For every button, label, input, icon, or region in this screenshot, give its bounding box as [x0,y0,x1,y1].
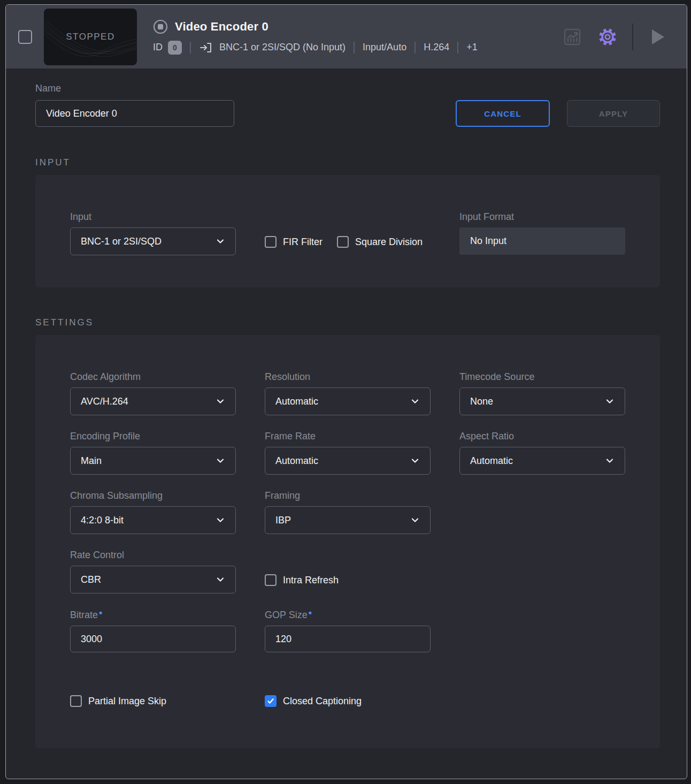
codec-algorithm-select[interactable]: AVC/H.264 [70,387,236,415]
divider [190,42,191,54]
chevron-down-icon [410,515,420,525]
encoding-profile-label: Encoding Profile [70,431,236,442]
input-label: Input [70,211,236,223]
gear-icon [597,26,618,48]
cancel-button[interactable]: CANCEL [456,100,550,127]
apply-button[interactable]: APPLY [567,100,660,127]
aspect-ratio-value: Automatic [470,455,605,467]
required-marker: • [309,607,312,618]
aspect-ratio-label: Aspect Ratio [459,431,625,442]
timecode-source-value: None [470,396,605,407]
name-input[interactable] [35,100,234,127]
frame-rate-value: Automatic [275,455,410,467]
intra-refresh-label: Intra Refresh [283,575,339,586]
framing-select[interactable]: IBP [265,506,431,534]
closed-captioning-checkbox[interactable]: Closed Captioning [265,694,431,708]
chevron-down-icon [605,456,615,466]
frame-rate-label: Frame Rate [265,431,431,442]
chevron-down-icon [216,515,225,525]
statistics-button[interactable] [562,26,583,48]
encoding-profile-value: Main [81,455,216,467]
chevron-down-icon [410,456,420,466]
square-division-checkbox[interactable]: Square Division [337,228,423,256]
meta-input-source: BNC-1 or 2SI/SQD (No Input) [219,42,346,53]
bitrate-label: Bitrate• [70,610,236,621]
meta-more-count: +1 [466,42,478,53]
fir-filter-checkbox-box [265,236,277,248]
timecode-source-label: Timecode Source [459,371,625,383]
preview-thumbnail: STOPPED [44,9,137,65]
framing-value: IBP [275,515,410,526]
rate-control-label: Rate Control [70,550,236,561]
resolution-label: Resolution [265,371,431,383]
framing-label: Framing [265,490,431,501]
resolution-select[interactable]: Automatic [265,387,431,415]
rate-control-select[interactable]: CBR [70,566,236,593]
partial-image-skip-checkbox-box [70,695,82,707]
chevron-down-icon [410,397,420,406]
input-panel: Input BNC-1 or 2SI/SQD [35,175,660,287]
divider [354,42,355,54]
page-title: Video Encoder 0 [175,20,268,34]
start-button[interactable] [647,26,669,48]
divider [457,42,458,54]
fir-filter-checkbox[interactable]: FIR Filter [265,228,323,256]
breadcrumb: ID 0 BNC-1 or 2SI/SQD (No Input) Input/A… [153,41,478,55]
bitrate-input[interactable] [70,626,236,652]
partial-image-skip-label: Partial Image Skip [88,696,166,707]
codec-algorithm-value: AVC/H.264 [81,396,216,407]
settings-section-title: SETTINGS [35,317,687,328]
status-badge: STOPPED [66,32,114,42]
chroma-subsampling-label: Chroma Subsampling [70,490,236,501]
input-format-value: No Input [459,227,625,255]
divider [414,42,416,54]
settings-panel: Codec Algorithm AVC/H.264 Resolution Aut… [35,335,660,748]
select-checkbox[interactable] [18,30,32,44]
meta-codec: H.264 [424,42,449,53]
codec-algorithm-label: Codec Algorithm [70,371,236,383]
square-division-label: Square Division [355,237,423,248]
chroma-subsampling-select[interactable]: 4:2:0 8-bit [70,506,236,534]
fir-filter-label: FIR Filter [283,237,323,248]
id-badge: 0 [168,41,182,55]
chevron-down-icon [216,237,225,246]
name-label: Name [35,83,234,94]
encoding-profile-select[interactable]: Main [70,447,236,475]
chevron-down-icon [216,456,225,466]
frame-rate-select[interactable]: Automatic [265,447,431,475]
resolution-value: Automatic [275,396,410,407]
input-select[interactable]: BNC-1 or 2SI/SQD [70,227,236,255]
meta-input-mode: Input/Auto [363,42,406,53]
input-section-title: INPUT [35,157,687,168]
aspect-ratio-select[interactable]: Automatic [459,447,625,475]
encoder-card: STOPPED Video Encoder 0 ID 0 [5,4,687,779]
check-icon [267,697,274,705]
input-select-value: BNC-1 or 2SI/SQD [81,236,216,247]
chevron-down-icon [216,397,225,406]
id-label: ID [153,42,163,53]
divider [632,24,633,50]
input-source-icon [199,41,213,55]
stopped-state-icon [153,19,168,34]
gop-size-label: GOP Size• [265,610,431,621]
closed-captioning-checkbox-box [265,695,277,707]
intra-refresh-checkbox[interactable]: Intra Refresh [265,566,431,594]
encoder-header: STOPPED Video Encoder 0 ID 0 [6,5,687,68]
chroma-subsampling-value: 4:2:0 8-bit [81,515,216,526]
chart-icon [562,27,582,47]
play-icon [650,28,666,46]
chevron-down-icon [605,397,615,406]
rate-control-value: CBR [81,574,216,585]
gop-size-input[interactable] [265,626,431,652]
settings-button[interactable] [597,26,618,48]
input-format-label: Input Format [459,211,625,223]
square-division-checkbox-box [337,236,349,248]
intra-refresh-checkbox-box [265,574,277,586]
timecode-source-select[interactable]: None [459,387,625,415]
partial-image-skip-checkbox[interactable]: Partial Image Skip [70,694,236,708]
chevron-down-icon [216,575,225,584]
closed-captioning-label: Closed Captioning [283,696,362,707]
required-marker: • [99,607,102,618]
